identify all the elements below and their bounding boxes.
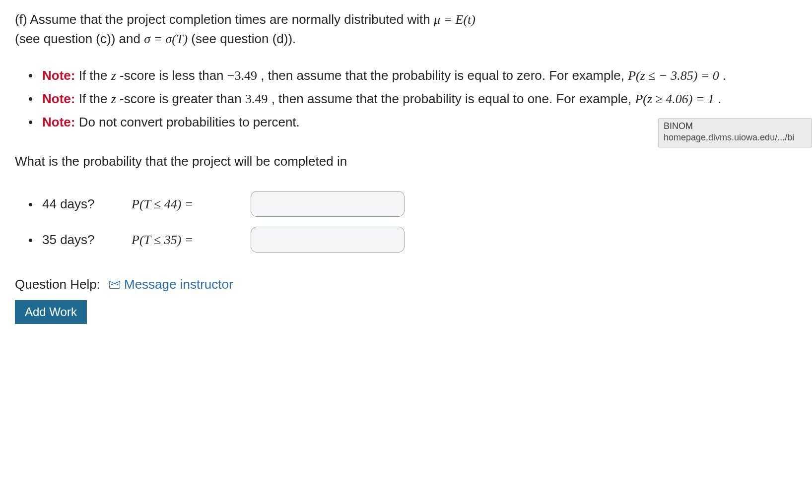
note-z-var: z — [111, 68, 116, 83]
add-work-button[interactable]: Add Work — [15, 300, 87, 324]
answer-input-35[interactable] — [251, 227, 405, 252]
browser-tooltip: BINOM homepage.divms.uiowa.edu/.../bi — [658, 118, 812, 147]
note-text: . — [714, 91, 721, 106]
note-math: −3.49 — [227, 68, 257, 83]
help-link-text: Message instructor — [124, 275, 233, 294]
answer-list: 44 days? P(T ≤ 44) = 35 days? P(T ≤ 35) … — [15, 191, 797, 252]
note-math-expr: P(z ≤ − 3.85) = 0 — [628, 68, 719, 83]
note-text: , then assume that the probability is eq… — [268, 91, 635, 106]
intro-math-mu: μ = E(t) — [434, 12, 475, 27]
intro-line2-pre: (see question (c)) and — [15, 31, 144, 46]
note-math-expr: P(z ≥ 4.06) = 1 — [635, 92, 714, 106]
note-text: Do not convert probabilities to percent. — [75, 115, 299, 129]
problem-intro: (f) Assume that the project completion t… — [15, 10, 797, 49]
note-text: -score is greater than — [116, 91, 245, 106]
answer-row: 35 days? P(T ≤ 35) = — [42, 227, 797, 252]
note-item: Note: If the z -score is less than −3.49… — [42, 66, 797, 85]
note-item: Note: If the z -score is greater than 3.… — [42, 89, 797, 109]
question-help-row: Question Help: Message instructor — [15, 275, 797, 294]
part-label: (f) — [15, 12, 30, 27]
note-text: , then assume that the probability is eq… — [257, 68, 628, 83]
note-text: If the — [75, 68, 111, 83]
mail-icon — [109, 281, 120, 289]
note-label: Note: — [42, 68, 75, 83]
answer-days-label: 44 days? — [42, 194, 127, 214]
intro-line1-pre: Assume that the project completion times… — [30, 12, 434, 27]
message-instructor-link[interactable]: Message instructor — [109, 275, 233, 294]
answer-expression: P(T ≤ 44) = — [132, 194, 246, 214]
note-text: . — [719, 68, 726, 83]
answer-days-label: 35 days? — [42, 230, 127, 250]
intro-line2-post: (see question (d)). — [188, 31, 296, 46]
note-text: -score is less than — [116, 68, 227, 83]
tooltip-subtitle: homepage.divms.uiowa.edu/.../bi — [664, 132, 807, 143]
answer-expression: P(T ≤ 35) = — [132, 230, 246, 250]
question-prompt: What is the probability that the project… — [15, 152, 797, 171]
note-z-var: z — [111, 92, 116, 106]
tooltip-title: BINOM — [664, 121, 807, 132]
help-label: Question Help: — [15, 275, 100, 294]
note-math: 3.49 — [245, 92, 268, 106]
answer-row: 44 days? P(T ≤ 44) = — [42, 191, 797, 217]
note-label: Note: — [42, 91, 75, 106]
intro-math-sigma: σ = σ(T) — [144, 32, 188, 46]
answer-input-44[interactable] — [251, 191, 405, 217]
note-label: Note: — [42, 115, 75, 129]
note-text: If the — [75, 91, 111, 106]
